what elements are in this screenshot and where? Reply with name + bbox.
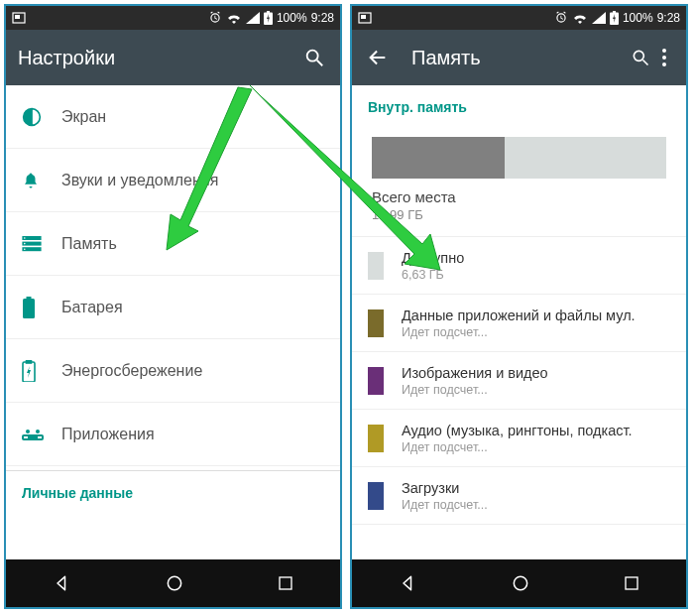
storage-category-value: Идет подсчет... <box>402 383 548 397</box>
storage-total-value: 11,99 ГБ <box>372 207 666 222</box>
notification-icon <box>358 12 372 24</box>
svg-point-11 <box>24 248 26 250</box>
settings-list: Экран Звуки и уведомления Память Батарея… <box>6 85 340 559</box>
nav-home-button[interactable] <box>511 573 530 593</box>
settings-item-apps[interactable]: Приложения <box>6 403 340 466</box>
svg-rect-1 <box>15 15 20 19</box>
color-swatch <box>368 482 384 510</box>
alarm-icon <box>554 11 568 25</box>
storage-category-row[interactable]: ЗагрузкиИдет подсчет... <box>352 467 686 525</box>
appbar: Настройки <box>6 30 340 85</box>
nav-back-button[interactable] <box>53 573 72 593</box>
screenshot-right: 100% 9:28 Память Внутр. память Всего мес… <box>350 4 688 609</box>
storage-category-title: Данные приложений и файлы мул. <box>402 308 636 323</box>
section-header-personal: Личные данные <box>6 470 340 507</box>
wifi-icon <box>226 12 242 24</box>
overflow-menu-button[interactable] <box>654 44 674 71</box>
storage-category-row[interactable]: Доступно6,63 ГБ <box>352 237 686 295</box>
storage-used-segment <box>372 137 505 179</box>
svg-line-28 <box>643 61 648 65</box>
apps-icon <box>22 428 61 441</box>
wifi-icon <box>572 12 588 24</box>
battery-percent: 100% <box>277 11 307 25</box>
storage-category-title: Изображения и видео <box>402 365 548 381</box>
appbar: Память <box>352 30 686 85</box>
display-icon <box>22 107 61 127</box>
battery-charging-icon <box>264 11 273 25</box>
section-header-internal: Внутр. память <box>352 85 686 121</box>
svg-point-4 <box>307 51 318 62</box>
svg-point-29 <box>662 49 666 53</box>
storage-category-value: Идет подсчет... <box>402 325 636 339</box>
back-button[interactable] <box>364 44 392 71</box>
notification-icon <box>12 12 26 24</box>
storage-category-row[interactable]: Аудио (музыка, рингтоны, подкаст.Идет по… <box>352 410 686 467</box>
settings-item-label: Энергосбережение <box>61 362 202 380</box>
svg-point-30 <box>662 56 666 60</box>
storage-category-title: Загрузки <box>402 480 488 496</box>
svg-point-31 <box>662 62 666 66</box>
svg-line-5 <box>317 61 323 66</box>
storage-category-title: Доступно <box>402 250 464 266</box>
navigation-bar <box>6 559 340 607</box>
clock: 9:28 <box>311 11 334 25</box>
storage-total-row[interactable]: Всего места 11,99 ГБ <box>352 188 686 237</box>
storage-category-value: Идет подсчет... <box>402 498 488 512</box>
svg-rect-24 <box>361 15 366 19</box>
settings-item-label: Батарея <box>61 299 123 316</box>
storage-category-row[interactable]: Изображения и видеоИдет подсчет... <box>352 352 686 410</box>
svg-point-21 <box>168 576 180 589</box>
search-button[interactable] <box>627 44 654 71</box>
nav-back-button[interactable] <box>399 573 418 593</box>
svg-point-27 <box>634 51 643 61</box>
bell-icon <box>22 171 61 190</box>
storage-detail: Внутр. память Всего места 11,99 ГБ Досту… <box>352 85 686 559</box>
page-title: Память <box>411 47 627 69</box>
search-button[interactable] <box>300 44 328 71</box>
svg-rect-22 <box>280 577 291 589</box>
settings-item-label: Экран <box>61 108 106 126</box>
svg-rect-12 <box>23 299 35 318</box>
battery-percent: 100% <box>623 11 653 25</box>
status-bar: 100% 9:28 <box>6 6 340 30</box>
svg-point-16 <box>26 430 30 433</box>
settings-item-display[interactable]: Экран <box>6 85 340 149</box>
color-swatch <box>368 425 384 452</box>
battery-icon <box>22 297 61 318</box>
svg-point-17 <box>36 430 40 433</box>
settings-item-storage[interactable]: Память <box>6 212 340 276</box>
svg-rect-20 <box>38 436 42 438</box>
settings-item-label: Память <box>61 235 117 253</box>
color-swatch <box>368 309 384 337</box>
color-swatch <box>368 252 384 280</box>
settings-item-label: Звуки и уведомления <box>61 172 218 189</box>
settings-item-battery[interactable]: Батарея <box>6 276 340 339</box>
color-swatch <box>368 367 384 395</box>
signal-icon <box>246 12 260 24</box>
alarm-icon <box>208 11 222 25</box>
settings-item-battery-saver[interactable]: Энергосбережение <box>6 339 340 403</box>
svg-point-10 <box>24 242 26 244</box>
battery-charging-icon <box>610 11 619 25</box>
svg-point-32 <box>514 576 526 589</box>
storage-icon <box>22 236 61 252</box>
storage-category-value: 6,63 ГБ <box>402 268 464 282</box>
svg-rect-26 <box>613 11 616 13</box>
storage-usage-bar <box>352 121 686 188</box>
storage-category-value: Идет подсчет... <box>402 440 633 454</box>
nav-recent-button[interactable] <box>623 574 640 592</box>
settings-item-sound[interactable]: Звуки и уведомления <box>6 149 340 212</box>
status-bar: 100% 9:28 <box>352 6 686 30</box>
settings-item-label: Приложения <box>61 426 155 443</box>
nav-recent-button[interactable] <box>277 574 294 592</box>
storage-category-title: Аудио (музыка, рингтоны, подкаст. <box>402 423 633 438</box>
svg-rect-15 <box>27 360 32 363</box>
screenshot-left: 100% 9:28 Настройки Экран Звуки и уведом… <box>4 4 342 609</box>
svg-point-9 <box>24 237 26 239</box>
page-title: Настройки <box>18 47 300 69</box>
storage-category-row[interactable]: Данные приложений и файлы мул.Идет подсч… <box>352 295 686 352</box>
svg-rect-3 <box>267 11 270 13</box>
storage-total-label: Всего места <box>372 188 666 205</box>
nav-home-button[interactable] <box>165 573 184 593</box>
navigation-bar <box>352 559 686 607</box>
